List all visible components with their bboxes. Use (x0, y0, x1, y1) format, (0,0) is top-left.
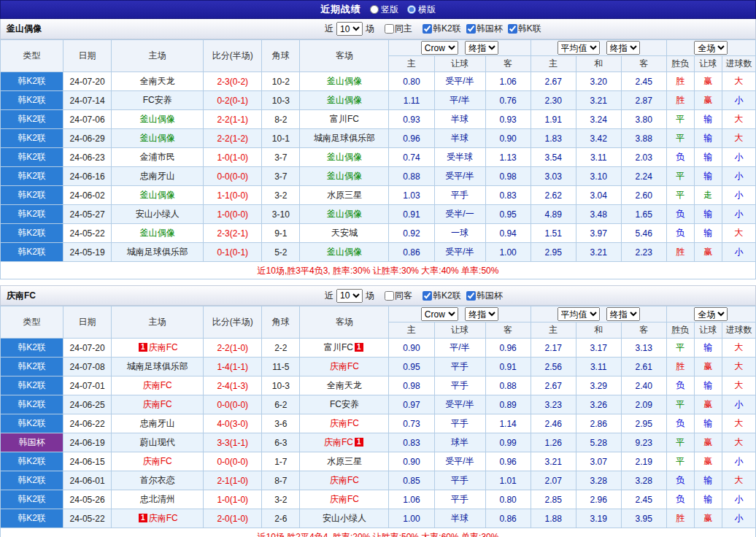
league-k2-option[interactable]: 韩K2联 (423, 290, 461, 302)
result-handicap: 输 (694, 376, 722, 395)
layout-vertical-option[interactable]: 竖版 (370, 4, 398, 16)
handicap-line: 平/半 (434, 91, 485, 110)
cell-text: 小 (734, 494, 743, 504)
recent-count-select[interactable]: 10 (336, 289, 363, 303)
avg-stage-select[interactable]: 终指 (606, 41, 640, 55)
same-venue-option[interactable]: 同主 (385, 23, 412, 35)
handicap-odds-home: 1.00 (389, 509, 434, 528)
handicap-odds-home: 0.96 (389, 129, 434, 148)
cell-text: 2.45 (636, 495, 652, 505)
corner-score: 3-2 (262, 186, 300, 205)
league-k2-checkbox[interactable] (423, 24, 432, 34)
result-winloss: 负 (666, 471, 694, 490)
result-overunder: 大 (722, 376, 755, 395)
team-name: 庆南FC (1, 290, 36, 302)
league-type-badge: 韩国杯 (1, 433, 63, 452)
odds-source-select[interactable]: Crow (421, 307, 458, 321)
cell-text: 6-3 (274, 438, 287, 448)
cell-text: 平 (676, 133, 684, 143)
sub-header-avg-draw: 和 (576, 322, 621, 339)
cell-text: 大 (734, 76, 743, 86)
league-cup-checkbox[interactable] (466, 291, 476, 301)
league-k1-option[interactable]: 韩K联 (508, 23, 541, 35)
cell-text: 1.51 (544, 228, 561, 239)
scope-header: 全场 (666, 40, 755, 56)
corner-score: 10-3 (262, 91, 300, 110)
result-winloss: 平 (666, 167, 694, 186)
odds-source-header: Crow 终指 (389, 40, 531, 56)
col-header-score: 比分(半场) (204, 40, 262, 72)
cell-text: 首尔衣恋 (140, 475, 175, 485)
avg-source-select[interactable]: 平均值 (558, 307, 600, 321)
layout-horizontal-option[interactable]: 横版 (407, 4, 436, 16)
handicap-odds-away: 0.90 (485, 129, 531, 148)
cell-text: 小 (734, 171, 743, 181)
league-cup-checkbox[interactable] (466, 24, 476, 34)
handicap-line: 受半球 (434, 148, 485, 167)
recent-count-select[interactable]: 10 (336, 22, 363, 36)
same-venue-checkbox[interactable] (385, 24, 394, 34)
league-k2-option[interactable]: 韩K2联 (423, 23, 461, 35)
cell-text: 3.97 (590, 228, 607, 239)
cell-text: 大 (734, 475, 743, 485)
handicap-line: 受平/半 (434, 72, 485, 91)
league-cup-option[interactable]: 韩国杯 (466, 23, 503, 35)
cell-text: 3-3(1-1) (217, 438, 248, 448)
cell-text: 金浦市民 (140, 152, 175, 162)
away-team: 釜山偶像 (300, 148, 389, 167)
league-type-badge: 韩K2联 (1, 414, 63, 433)
layout-horizontal-radio[interactable] (407, 5, 416, 14)
league-cup-option[interactable]: 韩国杯 (466, 290, 503, 302)
cell-text: 2.67 (544, 77, 561, 87)
cell-text: 11-5 (272, 362, 289, 372)
avg-source-select[interactable]: 平均值 (558, 41, 600, 55)
avg-stage-select[interactable]: 终指 (606, 307, 640, 321)
avg-odds-away: 5.46 (621, 224, 666, 243)
league-k2-checkbox[interactable] (423, 291, 432, 301)
league-type-badge: 韩K2联 (1, 224, 63, 243)
cell-text: 3.29 (590, 381, 607, 391)
result-winloss: 负 (666, 376, 694, 395)
same-venue-checkbox[interactable] (385, 291, 394, 301)
scope-select[interactable]: 全场 (694, 307, 728, 321)
score-halftime: 2-2(1-1) (204, 110, 262, 129)
scope-select[interactable]: 全场 (694, 41, 728, 55)
cell-text: 0-0(0-0) (217, 457, 248, 467)
cell-text: 釜山偶像 (140, 133, 175, 143)
summary-lead: 近10场, (258, 532, 288, 537)
result-winloss: 胜 (666, 91, 694, 110)
match-row: 韩K2联24-05-27安山小绿人1-0(0-0)3-10釜山偶像0.91受半/… (1, 205, 756, 224)
odds-source-select[interactable]: Crow (421, 41, 458, 55)
match-row: 韩K2联24-07-201庆南FC2-2(1-0)2-2富川FC10.90平/半… (1, 339, 756, 358)
cell-text: 24-06-23 (70, 152, 105, 163)
cell-text: 3.17 (590, 343, 607, 353)
cell-text: 9-1 (274, 228, 287, 239)
cell-text: 平手 (451, 418, 468, 428)
cell-text: 3.11 (590, 152, 606, 163)
cell-text: 24-05-26 (70, 495, 105, 505)
cell-text: 3.03 (544, 171, 561, 182)
layout-horizontal-label: 横版 (418, 4, 436, 16)
match-row: 韩K2联24-06-15庆南FC0-0(0-0)1-7水原三星0.90受平/半0… (1, 452, 756, 471)
cell-text: 天安城 (331, 228, 358, 238)
league-k1-checkbox[interactable] (508, 24, 517, 34)
league-type-badge: 韩K2联 (1, 395, 63, 414)
layout-vertical-radio[interactable] (370, 5, 379, 14)
result-overunder: 小 (722, 148, 755, 167)
cell-text: 1.14 (499, 419, 516, 429)
cell-text: 釜山偶像 (327, 209, 362, 219)
same-venue-option[interactable]: 同客 (385, 290, 412, 302)
handicap-line: 受平/半 (434, 243, 485, 262)
result-winloss: 胜 (666, 358, 694, 376)
handicap-odds-home: 0.98 (389, 376, 434, 395)
odds-stage-select[interactable]: 终指 (465, 41, 498, 55)
odds-stage-select[interactable]: 终指 (465, 307, 498, 321)
cell-text: 平 (676, 190, 684, 200)
result-winloss: 平 (666, 433, 694, 452)
handicap-odds-away: 0.80 (485, 490, 531, 509)
cell-text: 忠北清州 (140, 494, 175, 504)
match-row: 韩K2联24-07-06釜山偶像2-2(1-1)8-2富川FC0.93半球0.9… (1, 110, 756, 129)
cell-text: 24-06-16 (70, 171, 105, 182)
avg-odds-home: 2.95 (531, 243, 576, 262)
match-row: 韩K2联24-06-02釜山偶像1-1(0-0)3-2水原三星1.03平手0.8… (1, 186, 756, 205)
